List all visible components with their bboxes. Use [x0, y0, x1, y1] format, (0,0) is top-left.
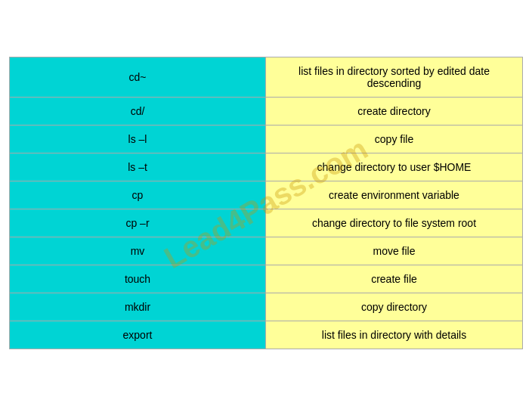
- table-row: exportlist files in directory with detai…: [10, 321, 522, 349]
- command-cell: export: [10, 321, 266, 349]
- main-wrapper: Lead4Pass.com cd~list files in directory…: [9, 49, 523, 357]
- description-cell: list files in directory with details: [266, 321, 522, 349]
- description-cell: create environment variable: [266, 181, 522, 209]
- table-row: touchcreate file: [10, 265, 522, 293]
- command-table: cd~list files in directory sorted by edi…: [9, 57, 523, 349]
- description-cell: create file: [266, 265, 522, 293]
- description-cell: list files in directory sorted by edited…: [266, 57, 522, 97]
- table-row: ls –lcopy file: [10, 126, 522, 153]
- table-row: ls –tchange directory to user $HOME: [10, 153, 522, 181]
- description-cell: change directory to user $HOME: [266, 153, 522, 181]
- table-row: cpcreate environment variable: [10, 181, 522, 209]
- table-row: cp –rchange directory to file system roo…: [10, 209, 522, 237]
- command-cell: cp –r: [10, 209, 266, 237]
- command-cell: ls –t: [10, 153, 266, 181]
- table-row: mvmove file: [10, 237, 522, 265]
- table-row: cd~list files in directory sorted by edi…: [10, 57, 522, 98]
- description-cell: move file: [266, 237, 522, 265]
- table-row: cd/create directory: [10, 98, 522, 126]
- command-cell: ls –l: [10, 126, 266, 153]
- command-cell: cp: [10, 181, 266, 209]
- command-cell: touch: [10, 265, 266, 293]
- table-row: mkdircopy directory: [10, 293, 522, 321]
- description-cell: create directory: [266, 98, 522, 125]
- command-cell: mv: [10, 237, 266, 265]
- command-cell: cd~: [10, 57, 266, 97]
- command-cell: mkdir: [10, 293, 266, 321]
- description-cell: copy file: [266, 126, 522, 153]
- description-cell: change directory to file system root: [266, 209, 522, 237]
- command-cell: cd/: [10, 98, 266, 125]
- description-cell: copy directory: [266, 293, 522, 321]
